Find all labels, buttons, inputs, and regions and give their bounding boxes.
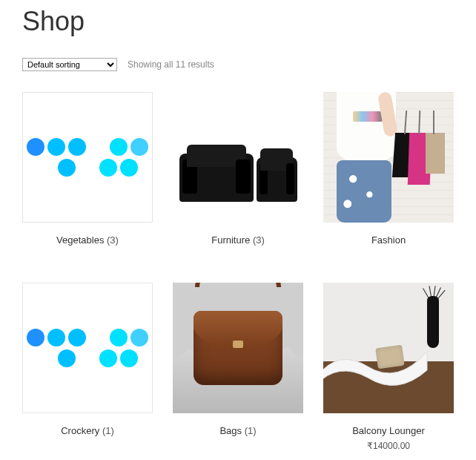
card-count: (3) [253,234,265,246]
card-title: Balcony Lounger [323,425,454,436]
card-count: (3) [107,234,119,246]
sort-select[interactable]: Default sorting [22,58,117,71]
category-card-vegetables[interactable]: Vegetables (3) [22,92,153,246]
product-price: ₹14000.00 [323,441,454,451]
card-title: Fashion [323,234,454,246]
card-count: (1) [245,425,257,436]
card-title: Vegetables (3) [22,234,153,246]
product-grid: Vegetables (3) Furniture (3) [22,92,454,460]
result-count: Showing all 11 results [128,59,214,70]
card-name: Furniture [211,234,250,246]
category-card-crockery[interactable]: Crockery (1) [22,283,153,460]
card-count: (1) [102,425,114,436]
thumbnail-furniture [173,92,303,223]
category-card-bags[interactable]: Bags (1) [173,283,303,460]
thumbnail-placeholder [22,283,153,413]
card-name: Crockery [61,425,99,436]
thumbnail-lounger [323,283,454,413]
product-card-balcony-lounger[interactable]: Balcony Lounger ₹14000.00 [323,283,454,460]
card-name: Vegetables [56,234,104,246]
card-name: Balcony Lounger [352,425,425,436]
thumbnail-bags [173,283,303,413]
category-card-furniture[interactable]: Furniture (3) [173,92,303,246]
card-name: Bags [219,425,242,436]
page-title: Shop [22,6,454,37]
card-title: Crockery (1) [22,425,153,436]
thumbnail-fashion [323,92,454,223]
card-title: Bags (1) [173,425,303,436]
card-title: Furniture (3) [173,234,303,246]
card-name: Fashion [371,234,406,246]
category-card-fashion[interactable]: Fashion [323,92,454,246]
shop-toolbar: Default sorting Showing all 11 results [22,58,454,71]
thumbnail-placeholder [22,92,153,223]
